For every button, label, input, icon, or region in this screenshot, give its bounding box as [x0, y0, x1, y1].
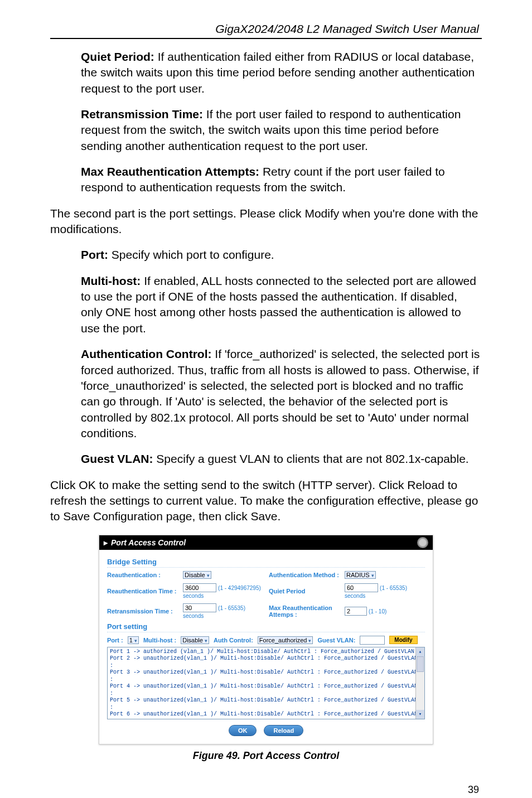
scroll-up-icon[interactable]: ▴	[416, 647, 424, 656]
para-authctrl: Authentication Control: If 'force_author…	[50, 346, 482, 441]
list-row[interactable]: Port 4 -> unauthorized(vlan_1 )/ Multi-h…	[110, 683, 422, 697]
text-multihost: If enabled, ALL hosts connected to the s…	[81, 274, 476, 335]
list-row[interactable]: Port 1 -> authorized (vlan_1 )/ Multi-ho…	[110, 649, 422, 656]
chevron-down-icon: ▾	[205, 638, 207, 644]
scroll-thumb[interactable]	[417, 656, 424, 672]
text-guestvlan: Specify a guest VLAN to clients that are…	[153, 452, 469, 465]
list-content: Port 1 -> authorized (vlan_1 )/ Multi-ho…	[110, 649, 422, 719]
chevron-down-icon: ▾	[134, 638, 137, 644]
ok-button[interactable]: OK	[229, 725, 257, 736]
ps-ac-select[interactable]: Force_authorized ▾	[258, 636, 313, 644]
modify-button[interactable]: Modify	[389, 636, 417, 644]
ps-gv-label: Guest VLAN:	[317, 637, 355, 644]
second-part-bold: Modify	[304, 207, 339, 220]
chevron-down-icon: ▾	[207, 573, 210, 578]
label-port: Port:	[81, 248, 108, 261]
para-quiet-period: Quiet Period: If authentication failed e…	[50, 49, 482, 96]
ps-port-select[interactable]: 1 ▾	[128, 636, 139, 644]
ps-gv-input[interactable]	[360, 636, 385, 645]
para-port: Port: Specify which port to configure.	[50, 247, 482, 263]
label-guestvlan: Guest VLAN:	[81, 452, 153, 465]
label-multihost: Multi-host:	[81, 274, 141, 287]
ps-mh-label: Multi-host :	[143, 637, 176, 644]
button-row: OK Reload	[107, 725, 425, 736]
fld-maxreauth-label: Max Reauthentication Attemps :	[269, 604, 339, 618]
method-select[interactable]: RADIUS ▾	[345, 571, 376, 579]
scrollbar[interactable]: ▴ ▾	[415, 647, 424, 719]
list-row[interactable]: Port 6 -> unauthorized(vlan_1 )/ Multi-h…	[110, 711, 422, 719]
gear-icon	[417, 537, 428, 548]
text-port: Specify which port to configure.	[108, 248, 274, 261]
figure-wrap: ▸ Port Access Control Bridge Setting Rea…	[50, 535, 482, 762]
section-port: Port setting	[107, 622, 425, 632]
expand-icon[interactable]: ▸	[104, 538, 108, 547]
ps-mh-select[interactable]: Disable ▾	[181, 636, 209, 644]
page-number: 39	[50, 784, 482, 796]
para-guestvlan: Guest VLAN: Specify a guest VLAN to clie…	[50, 451, 482, 467]
label-maxreauth: Max Reauthentication Attempts:	[81, 165, 259, 178]
para-second-part: The second part is the port settings. Pl…	[50, 206, 482, 238]
fld-retrans-label: Retransmission Time :	[107, 608, 177, 615]
ps-ac-label: Auth Control:	[214, 637, 253, 644]
list-row[interactable]: Port 3 -> unauthorized(vlan_1 )/ Multi-h…	[110, 669, 422, 683]
label-quiet-period: Quiet Period:	[81, 50, 154, 63]
fld-reauthtime-label: Reauthentication Time :	[107, 588, 177, 594]
doc-title: GigaX2024/2048 L2 Managed Switch User Ma…	[50, 22, 482, 36]
quiet-input[interactable]	[345, 583, 378, 592]
reauthtime-input[interactable]	[183, 583, 216, 592]
reload-button[interactable]: Reload	[264, 725, 303, 736]
panel-title: Port Access Control	[111, 538, 186, 547]
label-authctrl: Authentication Control:	[81, 347, 211, 360]
figure-caption: Figure 49. Port Access Control	[50, 750, 482, 762]
para-multihost: Multi-host: If enabled, ALL hosts connec…	[50, 273, 482, 336]
list-row[interactable]: Port 2 -> unauthorized(vlan_1 )/ Multi-h…	[110, 655, 422, 669]
second-part-pre: The second part is the port settings. Pl…	[50, 207, 304, 220]
fld-reauth-label: Reauthentication :	[107, 572, 177, 578]
para-click: Click OK to make the setting send to the…	[50, 477, 482, 525]
ps-port-label: Port :	[107, 637, 123, 644]
retrans-input[interactable]	[183, 603, 216, 612]
title-underline	[50, 38, 482, 39]
port-access-panel: ▸ Port Access Control Bridge Setting Rea…	[99, 535, 433, 744]
scroll-track[interactable]	[416, 656, 424, 710]
maxreauth-input[interactable]	[345, 607, 367, 616]
port-list[interactable]: Port 1 -> authorized (vlan_1 )/ Multi-ho…	[107, 647, 425, 719]
para-retrans: Retransmission Time: If the port user fa…	[50, 107, 482, 154]
label-retrans: Retransmission Time:	[81, 108, 203, 120]
maxreauth-hint: (1 - 10)	[369, 608, 386, 615]
section-bridge: Bridge Setting	[107, 558, 425, 568]
fld-method-label: Authentication Method :	[269, 572, 339, 578]
chevron-down-icon: ▾	[308, 638, 311, 644]
scroll-down-icon[interactable]: ▾	[416, 710, 424, 719]
port-setting-row: Port : 1 ▾ Multi-host : Disable ▾ Auth C…	[107, 636, 425, 645]
text-authctrl: If 'force_authorized' is selected, the s…	[81, 347, 480, 439]
chevron-down-icon: ▾	[371, 573, 374, 578]
fld-quiet-label: Quiet Period	[269, 588, 339, 594]
bridge-grid: Reauthentication : Disable ▾ Authenticat…	[107, 571, 425, 619]
reauth-select[interactable]: Disable ▾	[183, 571, 211, 579]
list-row[interactable]: Port 5 -> unauthorized(vlan_1 )/ Multi-h…	[110, 697, 422, 711]
panel-titlebar: ▸ Port Access Control	[99, 535, 433, 550]
para-maxreauth: Max Reauthentication Attempts: Retry cou…	[50, 164, 482, 196]
